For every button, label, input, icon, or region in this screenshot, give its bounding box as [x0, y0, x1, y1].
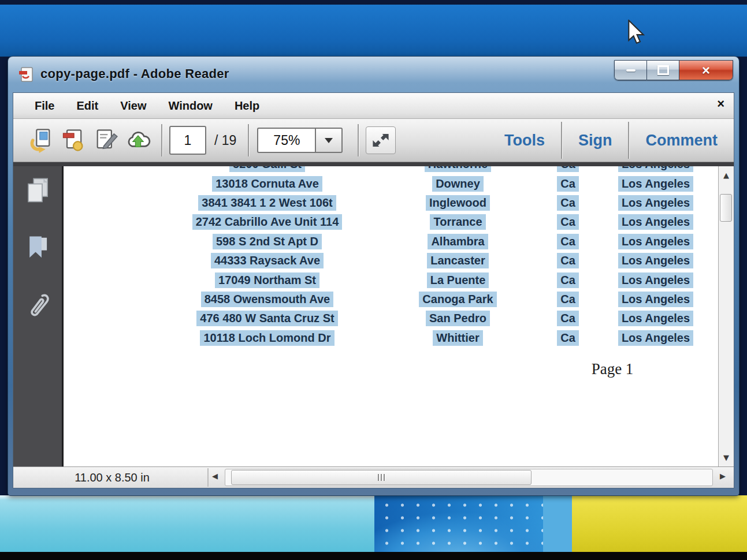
open-file-button[interactable] — [25, 124, 57, 156]
cell-county: Los Angeles — [601, 212, 711, 232]
statusbar: 11.00 x 8.50 in ◀ ▶ — [13, 466, 734, 488]
zoom-dropdown-button[interactable] — [315, 128, 343, 153]
document-page[interactable]: 5200 Galli St Hawthorne Ca Los Angeles 1… — [64, 166, 718, 466]
cell-county: Los Angeles — [601, 166, 711, 174]
page-thumbnails-icon[interactable] — [24, 177, 51, 204]
export-pdf-button[interactable] — [57, 124, 90, 156]
maximize-icon — [657, 65, 669, 75]
scroll-left-icon[interactable]: ◀ — [212, 472, 218, 480]
adobe-reader-window: copy-page.pdf - Adobe Reader × File Edit… — [8, 57, 739, 495]
bookmarks-icon[interactable] — [24, 234, 51, 261]
chevron-down-icon — [325, 138, 333, 143]
menu-help[interactable]: Help — [224, 99, 270, 113]
cell-address: 13018 Cornuta Ave — [130, 174, 404, 193]
close-icon: × — [702, 64, 710, 77]
menu-file[interactable]: File — [24, 99, 65, 113]
cell-county: Los Angeles — [601, 251, 711, 270]
maximize-button[interactable] — [647, 60, 679, 80]
window-title: copy-page.pdf - Adobe Reader — [40, 66, 229, 81]
cell-state: Ca — [546, 166, 590, 174]
minimize-button[interactable] — [614, 60, 647, 80]
scrollbar-grip-icon — [381, 474, 382, 481]
table-row: 10118 Loch Lomond Dr Whittier Ca Los Ang… — [64, 328, 718, 348]
page-count-label: / 19 — [214, 133, 236, 148]
cell-state: Ca — [546, 232, 590, 251]
cell-state: Ca — [546, 174, 590, 193]
cell-city: Whittier — [390, 328, 526, 348]
cell-county: Los Angeles — [601, 290, 711, 309]
table-row: 2742 Cabrillo Ave Unit 114 Torrance Ca L… — [64, 212, 718, 232]
zoom-control: 75% — [257, 128, 343, 153]
sign-button[interactable]: Sign — [575, 132, 616, 150]
cell-city: Canoga Park — [390, 290, 526, 309]
attachments-paperclip-icon[interactable] — [25, 291, 50, 321]
toolbar-separator — [628, 122, 629, 159]
cell-county: Los Angeles — [601, 232, 711, 251]
fit-page-button[interactable] — [366, 126, 396, 154]
fit-page-icon — [371, 130, 391, 150]
toolbar-separator — [161, 124, 162, 156]
table-rows: 5200 Galli St Hawthorne Ca Los Angeles 1… — [64, 166, 718, 348]
toolbar-separator — [358, 124, 359, 156]
menu-view[interactable]: View — [109, 99, 157, 113]
cloud-upload-icon — [125, 127, 151, 154]
scroll-right-icon[interactable]: ▶ — [720, 472, 726, 480]
cell-city: Alhambra — [390, 232, 526, 251]
horizontal-scrollbar-thumb[interactable] — [231, 470, 532, 485]
scrollbar-grip-icon — [378, 474, 379, 481]
scroll-up-icon[interactable]: ▲ — [719, 171, 734, 180]
wallpaper-cyan-region — [0, 495, 374, 552]
cell-state: Ca — [546, 290, 590, 309]
cell-state: Ca — [546, 251, 590, 270]
toolbar-separator — [561, 122, 562, 159]
cell-state: Ca — [546, 193, 590, 212]
window-titlebar[interactable]: copy-page.pdf - Adobe Reader × — [8, 57, 739, 92]
zoom-level-value[interactable]: 75% — [257, 128, 315, 153]
cell-county: Los Angeles — [601, 193, 711, 212]
vertical-scrollbar[interactable]: ▲ ▼ — [718, 166, 734, 466]
cell-address: 476 480 W Santa Cruz St — [130, 309, 404, 328]
cell-address: 8458 Owensmouth Ave — [130, 290, 404, 309]
menu-window[interactable]: Window — [157, 99, 223, 113]
cell-city: Torrance — [390, 212, 526, 232]
cell-address: 44333 Raysack Ave — [130, 251, 404, 270]
content-area: 5200 Galli St Hawthorne Ca Los Angeles 1… — [13, 162, 734, 466]
horizontal-scrollbar[interactable] — [225, 469, 713, 486]
cell-city: Lancaster — [390, 251, 526, 270]
tools-button[interactable]: Tools — [501, 132, 548, 150]
mouse-cursor — [627, 20, 645, 45]
cell-county: Los Angeles — [601, 309, 711, 328]
cell-city: Hawthorne — [390, 166, 526, 174]
desktop-background-bottom — [0, 495, 747, 552]
scrollbar-grip-icon — [384, 474, 385, 481]
page-number-input[interactable] — [169, 126, 206, 155]
cell-address: 17049 Northam St — [130, 270, 404, 289]
menu-edit[interactable]: Edit — [65, 99, 109, 113]
screen-letterbox-bottom — [0, 552, 747, 560]
cell-address: 3841 3841 1 2 West 106t — [130, 193, 404, 212]
cell-address: 5200 Galli St — [130, 166, 404, 174]
page-footer-label: Page 1 — [566, 360, 659, 378]
wallpaper-yellow-region — [572, 495, 747, 552]
window-body: File Edit View Window Help × — [13, 92, 734, 488]
cell-address: 598 S 2nd St Apt D — [130, 232, 404, 251]
fill-sign-icon — [93, 128, 118, 153]
table-row: 44333 Raysack Ave Lancaster Ca Los Angel… — [64, 251, 718, 270]
cell-state: Ca — [546, 328, 590, 348]
cell-city: Downey — [390, 174, 526, 193]
document-close-icon[interactable]: × — [717, 98, 724, 110]
cell-county: Los Angeles — [601, 328, 711, 348]
export-pdf-icon — [61, 128, 86, 153]
cloud-upload-button[interactable] — [122, 124, 154, 156]
open-icon — [28, 128, 54, 153]
toolbar: / 19 75% Tools Sign Comment — [13, 119, 734, 162]
fill-sign-button[interactable] — [90, 124, 122, 156]
toolbar-separator — [248, 124, 249, 156]
comment-button[interactable]: Comment — [642, 132, 721, 150]
scroll-down-icon[interactable]: ▼ — [719, 453, 734, 462]
close-button[interactable]: × — [679, 60, 733, 80]
vertical-scrollbar-thumb[interactable] — [720, 194, 732, 222]
table-row: 8458 Owensmouth Ave Canoga Park Ca Los A… — [64, 290, 718, 309]
table-row: 598 S 2nd St Apt D Alhambra Ca Los Angel… — [64, 232, 718, 251]
table-row: 3841 3841 1 2 West 106t Inglewood Ca Los… — [64, 193, 718, 212]
